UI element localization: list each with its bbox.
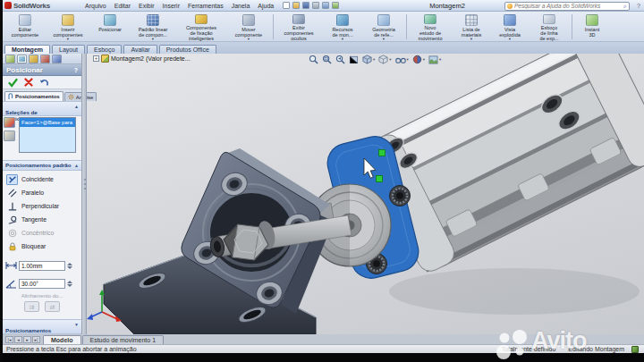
- cancel-x-icon[interactable]: [24, 78, 33, 87]
- menu-inserir[interactable]: Inserir: [163, 3, 180, 9]
- menu-editar[interactable]: Editar: [114, 3, 131, 9]
- view-orientation-icon[interactable]: ▾: [362, 55, 375, 64]
- tab-layout[interactable]: Layout: [52, 45, 85, 54]
- zoom-area-icon[interactable]: [322, 55, 332, 64]
- show-hidden-components-button[interactable]: Exibir componentes ocultos: [275, 13, 322, 41]
- screen-left-edge: [0, 0, 3, 362]
- menu-ferramentas[interactable]: Ferramentas: [188, 3, 224, 9]
- reference-geometry-button[interactable]: Geometria de refe... ▾: [363, 13, 404, 41]
- edit-appearance-icon[interactable]: ▾: [412, 55, 425, 64]
- pm-action-row: [3, 76, 81, 89]
- new-document-icon[interactable]: [283, 2, 290, 9]
- tab-modelo[interactable]: Modelo: [43, 335, 81, 344]
- explode-line-sketch-button[interactable]: Esboço de linha de exp...: [529, 13, 570, 41]
- insert-components-button[interactable]: Inserir componentes ▾: [46, 13, 90, 41]
- assembly-features-button[interactable]: Recursos de mon... ▾: [322, 13, 363, 41]
- instant-3d-button[interactable]: Instant 3D: [574, 13, 610, 41]
- mate-coincident[interactable]: Coincidente: [3, 173, 81, 186]
- assembly-root-label[interactable]: Montagem2 (Valor predete...: [111, 55, 191, 62]
- property-manager-tab-icon[interactable]: [17, 55, 27, 63]
- standard-mates-list: Coincidente Paralelo Perpendicular Tange…: [3, 173, 81, 253]
- distance-mate-row: 1.00mm: [3, 258, 81, 273]
- tab-esboco[interactable]: Esboço: [87, 45, 122, 54]
- property-manager-header: Posicionar ?: [3, 64, 81, 76]
- tab-montagem[interactable]: Montagem: [4, 45, 50, 54]
- distance-input[interactable]: 1.00mm: [19, 261, 65, 271]
- select-other-icon[interactable]: [4, 130, 15, 141]
- tab-nav-buttons[interactable]: |◂ ◂ ▸ ▸|: [3, 336, 43, 344]
- mate-button[interactable]: Posicionar: [90, 13, 130, 41]
- status-editing-assembly: Editando Montagem: [568, 346, 624, 352]
- smart-fasteners-button[interactable]: Componentes de fixação inteligentes: [176, 13, 226, 41]
- move-component-button[interactable]: Mover componente ▾: [226, 13, 271, 41]
- zoom-fit-icon[interactable]: [309, 55, 318, 64]
- mate-perpendicular[interactable]: Perpendicular: [3, 199, 81, 213]
- menu-ajuda[interactable]: Ajuda: [258, 3, 274, 9]
- prev-tab-icon[interactable]: ◂: [14, 336, 22, 343]
- expand-plus-icon[interactable]: +: [93, 55, 99, 62]
- menu-exibir[interactable]: Exibir: [139, 3, 155, 9]
- tab-avaliar[interactable]: Avaliar: [123, 45, 157, 54]
- feature-tree-flyout[interactable]: + Montagem2 (Valor predete...: [93, 55, 191, 63]
- last-tab-icon[interactable]: ▸|: [32, 336, 40, 343]
- new-motion-study-button[interactable]: Novo estudo de movimento: [409, 13, 452, 41]
- mate-tangent[interactable]: Tangente: [3, 213, 81, 226]
- distance-spinner[interactable]: [67, 263, 72, 269]
- help-search-input[interactable]: [514, 3, 622, 9]
- tab-posicionamentos[interactable]: Posicionamentos: [4, 91, 64, 101]
- bill-of-materials-button[interactable]: Lista de materiais ▾: [452, 13, 491, 41]
- help-icon[interactable]: ?: [74, 67, 78, 73]
- undo-icon[interactable]: [39, 78, 49, 88]
- apply-scene-icon[interactable]: ▾: [428, 55, 441, 64]
- graphics-viewport[interactable]: + Montagem2 (Valor predete... ▾ ▾ ▾: [87, 54, 644, 334]
- tab-estudo-de-movimento[interactable]: Estudo de movimento 1: [82, 335, 165, 344]
- previous-view-icon[interactable]: [335, 55, 345, 64]
- advanced-mates-header[interactable]: Posicionamentos avançados ▼: [3, 319, 81, 334]
- mate-lock[interactable]: Bloquear: [3, 240, 81, 253]
- chevron-down-icon: ▾: [509, 38, 511, 40]
- aligned-button[interactable]: ⇉: [24, 301, 39, 312]
- save-icon[interactable]: [302, 2, 309, 9]
- property-manager-panel: Posicionar ? Posicionamentos Análise: [3, 54, 81, 334]
- menu-janela[interactable]: Janela: [232, 3, 250, 9]
- open-document-icon[interactable]: [292, 2, 300, 9]
- angle-icon[interactable]: [5, 279, 17, 289]
- angle-input[interactable]: 30.00°: [19, 279, 65, 289]
- selected-entity[interactable]: Face<1>@Base para: [20, 118, 75, 127]
- dimxpert-tab-icon[interactable]: [40, 55, 50, 63]
- menu-arquivo[interactable]: Arquivo: [85, 3, 106, 9]
- assembly-3d-scene[interactable]: [87, 54, 644, 334]
- status-mode-icon[interactable]: [631, 346, 639, 353]
- selection-tools: [4, 117, 15, 141]
- menu-bar: Arquivo Editar Exibir Inserir Ferramenta…: [85, 3, 274, 9]
- anti-aligned-button[interactable]: ⇄: [45, 301, 60, 312]
- standard-mates-header[interactable]: Posicionamentos padrão ▲: [3, 160, 81, 171]
- linear-pattern-button[interactable]: Padrão linear de compon... ▾: [130, 13, 176, 41]
- first-tab-icon[interactable]: |◂: [5, 336, 13, 343]
- display-style-icon[interactable]: ▾: [378, 55, 391, 64]
- mate-parallel[interactable]: Paralelo: [3, 186, 81, 199]
- help-search-box[interactable]: ⌕: [504, 2, 630, 11]
- feature-manager-tab-icon[interactable]: [5, 55, 15, 63]
- hide-show-items-icon[interactable]: ▾: [395, 55, 409, 64]
- print-icon[interactable]: [312, 2, 319, 9]
- rebuild-icon[interactable]: [332, 2, 339, 9]
- angle-spinner[interactable]: [67, 281, 72, 287]
- edit-component-button[interactable]: Editar componente: [4, 13, 46, 41]
- ok-check-icon[interactable]: [8, 78, 18, 88]
- multiple-mate-icon[interactable]: [4, 117, 15, 128]
- exploded-view-button[interactable]: Vista explodida ▾: [491, 13, 529, 41]
- help-icon[interactable]: ?: [637, 3, 640, 9]
- distance-icon[interactable]: [5, 261, 17, 270]
- search-icon[interactable]: ⌕: [623, 3, 627, 9]
- mate-selections-header[interactable]: Seleções de posicionamento ▲: [3, 101, 81, 116]
- mate-concentric[interactable]: Concêntrico: [3, 226, 81, 240]
- next-tab-icon[interactable]: ▸: [23, 336, 31, 343]
- panel-splitter[interactable]: [81, 54, 87, 334]
- mate-selection-listbox[interactable]: Face<1>@Base para: [19, 117, 76, 153]
- undo-icon[interactable]: [322, 2, 329, 9]
- section-view-icon[interactable]: [349, 55, 359, 64]
- tab-produtos-office[interactable]: Produtos Office: [159, 45, 216, 54]
- display-manager-tab-icon[interactable]: [52, 55, 62, 63]
- configuration-manager-tab-icon[interactable]: [29, 55, 38, 63]
